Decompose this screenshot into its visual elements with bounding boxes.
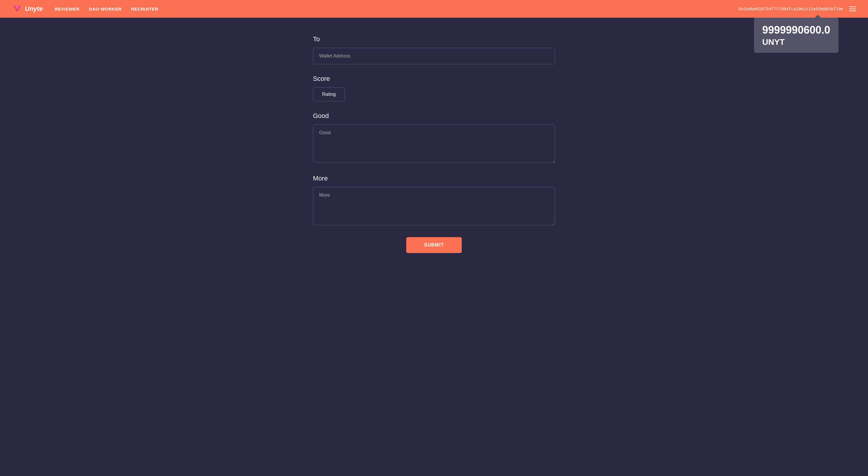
logo-icon — [12, 4, 23, 14]
to-field-group: To — [313, 35, 555, 64]
good-field-group: Good — [313, 112, 555, 164]
rating-button[interactable]: Rating — [313, 87, 345, 101]
logo[interactable]: Unyte — [12, 4, 43, 14]
more-field-group: More — [313, 175, 555, 227]
navbar: Unyte REVIEWER DAO WORKER RECRUITER 0x3a… — [0, 0, 868, 18]
good-textarea[interactable] — [313, 125, 555, 163]
nav-link-reviewer[interactable]: REVIEWER — [55, 6, 80, 11]
dropdown-arrow — [815, 15, 821, 18]
score-field-group: Score Rating — [313, 75, 555, 101]
good-label: Good — [313, 112, 555, 120]
wallet-address-input[interactable] — [313, 48, 555, 64]
nav-link-recruiter[interactable]: RECRUITER — [131, 6, 158, 11]
more-label: More — [313, 175, 555, 182]
nav-link-dao-worker[interactable]: DAO WORKER — [89, 6, 122, 11]
balance-currency: UNYT — [762, 37, 830, 47]
logo-text: Unyte — [25, 5, 43, 13]
more-textarea[interactable] — [313, 187, 555, 225]
balance-amount: 9999990600.0 — [762, 24, 830, 36]
submit-button[interactable]: SUBMIT — [406, 237, 461, 253]
balance-dropdown: 9999990600.0 UNYT — [754, 18, 838, 53]
hamburger-menu[interactable] — [849, 6, 856, 11]
score-label: Score — [313, 75, 555, 82]
nav-links: REVIEWER DAO WORKER RECRUITER — [55, 6, 739, 11]
to-label: To — [313, 35, 555, 43]
wallet-address: 0x3a0be810754f7f7d04fca10e2c11e93ebb5bf1… — [739, 6, 843, 11]
main-content: To Score Rating Good More SUBMIT — [301, 18, 567, 271]
navbar-right: 0x3a0be810754f7f7d04fca10e2c11e93ebb5bf1… — [739, 6, 856, 11]
